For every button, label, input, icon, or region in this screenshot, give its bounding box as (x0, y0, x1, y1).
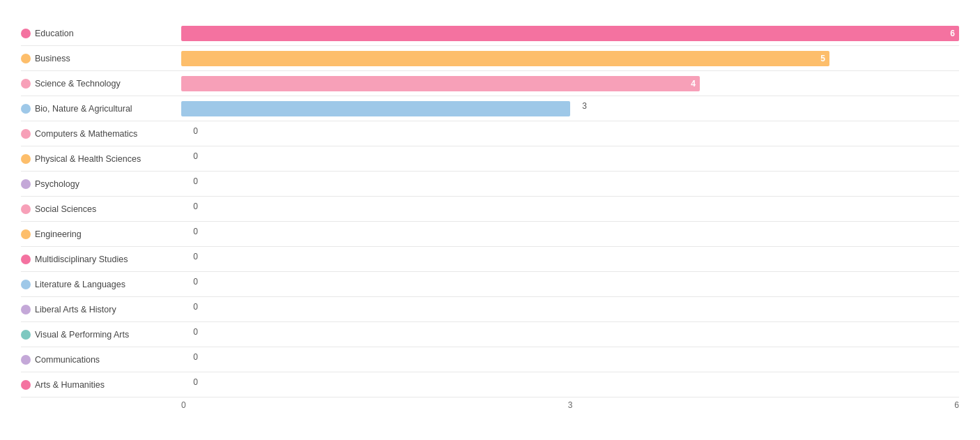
bar-label: Communications (21, 355, 181, 365)
bar-label: Visual & Performing Arts (21, 330, 181, 340)
bar-track: 0 (181, 375, 959, 395)
bar-label: Arts & Humanities (21, 380, 181, 390)
bar-label: Computers & Mathematics (21, 129, 181, 139)
bar-value-label: 0 (193, 327, 198, 337)
bar-color-pill (21, 79, 31, 89)
x-axis: 036 (21, 400, 959, 410)
bar-color-pill (21, 330, 31, 340)
bar-value-label: 0 (193, 252, 198, 261)
bar-color-pill (21, 204, 31, 214)
bar-track: 0 (181, 275, 959, 294)
bar-label-text: Social Sciences (35, 204, 96, 214)
bar-value-label: 0 (193, 126, 198, 136)
bar-fill: 5 (181, 51, 829, 66)
bar-row: Physical & Health Sciences0 (21, 146, 959, 172)
bar-track: 0 (181, 199, 959, 219)
bar-label: Literature & Languages (21, 280, 181, 289)
bar-row: Computers & Mathematics0 (21, 121, 959, 146)
bar-color-pill (21, 380, 31, 390)
bar-row: Multidisciplinary Studies0 (21, 247, 959, 272)
bar-value-label: 0 (193, 377, 198, 387)
bar-track: 0 (181, 149, 959, 169)
bar-track: 5 (181, 49, 959, 68)
bar-track: 0 (181, 250, 959, 269)
bar-label-text: Education (35, 29, 74, 38)
bar-row: Engineering0 (21, 222, 959, 247)
bar-fill: 6 (181, 26, 959, 41)
bar-fill: 3 (181, 101, 570, 116)
bar-value-label: 3 (582, 101, 587, 111)
bar-label-text: Visual & Performing Arts (35, 330, 129, 340)
bar-value-label: 0 (193, 302, 198, 312)
bar-color-pill (21, 255, 31, 264)
bar-label-text: Arts & Humanities (35, 380, 105, 390)
bar-track: 3 (181, 99, 959, 119)
bar-label-text: Physical & Health Sciences (35, 154, 141, 164)
bar-color-pill (21, 29, 31, 38)
bar-track: 0 (181, 225, 959, 244)
bar-color-pill (21, 179, 31, 189)
bar-row: Psychology0 (21, 172, 959, 197)
bar-color-pill (21, 54, 31, 63)
bar-row: Business5 (21, 46, 959, 71)
bar-row: Communications0 (21, 347, 959, 372)
bar-value-label: 0 (193, 202, 198, 211)
bar-row: Bio, Nature & Agricultural3 (21, 96, 959, 121)
bar-label-text: Multidisciplinary Studies (35, 255, 128, 264)
bar-label: Psychology (21, 179, 181, 189)
bar-value-label: 0 (193, 227, 198, 236)
x-axis-tick: 0 (181, 400, 186, 410)
chart-container: Education6Business5Science & Technology4… (0, 0, 980, 431)
bar-row: Literature & Languages0 (21, 272, 959, 297)
bar-value-label: 4 (691, 76, 696, 91)
bar-color-pill (21, 104, 31, 114)
bar-label: Social Sciences (21, 204, 181, 214)
bar-label: Engineering (21, 229, 181, 239)
bar-color-pill (21, 229, 31, 239)
bar-track: 0 (181, 174, 959, 194)
bar-track: 0 (181, 300, 959, 319)
x-axis-tick: 6 (954, 400, 959, 410)
bar-track: 0 (181, 325, 959, 344)
bar-label: Multidisciplinary Studies (21, 255, 181, 264)
bar-label-text: Communications (35, 355, 100, 365)
bar-label-text: Psychology (35, 179, 79, 189)
bar-value-label: 6 (950, 26, 955, 41)
bar-track: 0 (181, 124, 959, 144)
bar-label-text: Engineering (35, 229, 82, 239)
bar-color-pill (21, 154, 31, 164)
bar-value-label: 0 (193, 277, 198, 287)
bar-value-label: 5 (820, 51, 825, 66)
bar-label-text: Science & Technology (35, 79, 121, 89)
bar-color-pill (21, 305, 31, 314)
bar-label: Business (21, 54, 181, 63)
x-axis-tick: 3 (568, 400, 573, 410)
bar-color-pill (21, 355, 31, 365)
bar-track: 4 (181, 74, 959, 93)
bar-track: 0 (181, 350, 959, 370)
bar-label-text: Liberal Arts & History (35, 305, 116, 314)
bar-value-label: 0 (193, 352, 198, 362)
bar-row: Social Sciences0 (21, 197, 959, 222)
bar-value-label: 0 (193, 151, 198, 161)
bar-row: Education6 (21, 21, 959, 46)
bar-label-text: Business (35, 54, 70, 63)
bar-label-text: Bio, Nature & Agricultural (35, 104, 132, 114)
bar-label: Science & Technology (21, 79, 181, 89)
bar-value-label: 0 (193, 176, 198, 186)
bar-row: Science & Technology4 (21, 71, 959, 96)
bar-color-pill (21, 129, 31, 139)
bar-label: Bio, Nature & Agricultural (21, 104, 181, 114)
bar-row: Visual & Performing Arts0 (21, 322, 959, 347)
bar-label-text: Computers & Mathematics (35, 129, 137, 139)
bar-row: Liberal Arts & History0 (21, 297, 959, 322)
bar-fill: 4 (181, 76, 700, 91)
bar-label-text: Literature & Languages (35, 280, 125, 289)
bar-track: 6 (181, 24, 959, 43)
bar-label: Education (21, 29, 181, 38)
bar-color-pill (21, 280, 31, 289)
bar-row: Arts & Humanities0 (21, 372, 959, 397)
bar-label: Physical & Health Sciences (21, 154, 181, 164)
chart-area: Education6Business5Science & Technology4… (21, 21, 959, 397)
bar-label: Liberal Arts & History (21, 305, 181, 314)
